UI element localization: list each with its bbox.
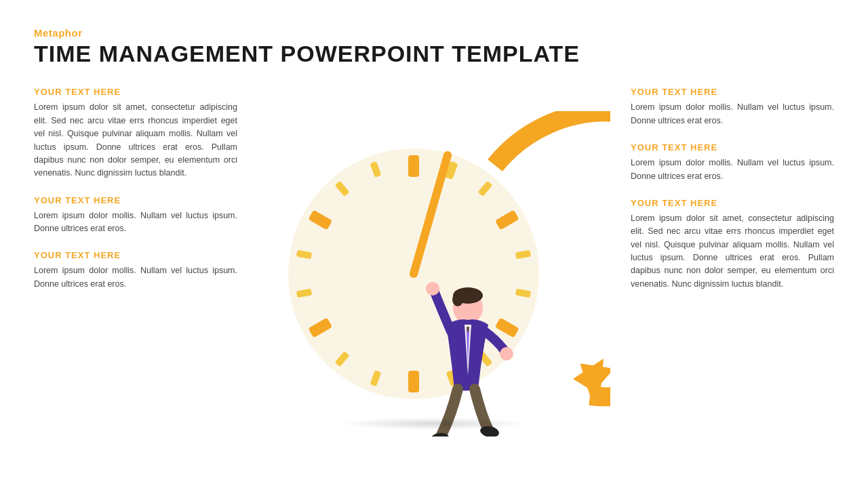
left-title-1: YOUR TEXT HERE	[34, 87, 237, 97]
content-area: YOUR TEXT HERE Lorem ipsum dolor sit ame…	[34, 80, 834, 468]
left-block-2: YOUR TEXT HERE Lorem ipsum dolor mollis.…	[34, 195, 237, 236]
right-body-2: Lorem ipsum dolor mollis. Nullam vel luc…	[631, 157, 834, 183]
right-block-1: YOUR TEXT HERE Lorem ipsum dolor mollis.…	[631, 87, 834, 127]
clock-scene	[258, 111, 610, 436]
right-body-1: Lorem ipsum dolor mollis. Nullam vel luc…	[631, 101, 834, 127]
left-panel: YOUR TEXT HERE Lorem ipsum dolor sit ame…	[34, 80, 237, 468]
right-body-3: Lorem ipsum dolor sit amet, consectetur …	[631, 212, 834, 291]
left-body-2: Lorem ipsum dolor mollis. Nullam vel luc…	[34, 209, 237, 236]
center-panel	[237, 80, 631, 468]
right-block-3: YOUR TEXT HERE Lorem ipsum dolor sit ame…	[631, 198, 834, 291]
right-block-2: YOUR TEXT HERE Lorem ipsum dolor mollis.…	[631, 142, 834, 183]
left-body-1: Lorem ipsum dolor sit amet, consectetur …	[34, 101, 237, 180]
left-block-3: YOUR TEXT HERE Lorem ipsum dolor mollis.…	[34, 250, 237, 291]
right-title-3: YOUR TEXT HERE	[631, 198, 834, 208]
left-title-3: YOUR TEXT HERE	[34, 250, 237, 260]
svg-rect-10	[408, 371, 419, 392]
main-title: TIME MANAGEMENT POWERPOINT TEMPLATE	[34, 41, 834, 66]
svg-point-23	[452, 293, 463, 306]
right-panel: YOUR TEXT HERE Lorem ipsum dolor mollis.…	[631, 80, 834, 468]
left-block-1: YOUR TEXT HERE Lorem ipsum dolor sit ame…	[34, 87, 237, 180]
svg-rect-1	[408, 155, 419, 177]
svg-point-26	[500, 347, 513, 361]
subtitle-label: Metaphor	[34, 27, 834, 39]
right-title-1: YOUR TEXT HERE	[631, 87, 834, 97]
clock-illustration	[258, 111, 610, 436]
right-title-2: YOUR TEXT HERE	[631, 142, 834, 152]
clock-shadow	[339, 418, 529, 430]
left-body-3: Lorem ipsum dolor mollis. Nullam vel luc…	[34, 264, 237, 291]
svg-point-25	[426, 282, 439, 296]
header: Metaphor TIME MANAGEMENT POWERPOINT TEMP…	[34, 27, 834, 66]
slide: Metaphor TIME MANAGEMENT POWERPOINT TEMP…	[0, 0, 868, 488]
left-title-2: YOUR TEXT HERE	[34, 195, 237, 205]
